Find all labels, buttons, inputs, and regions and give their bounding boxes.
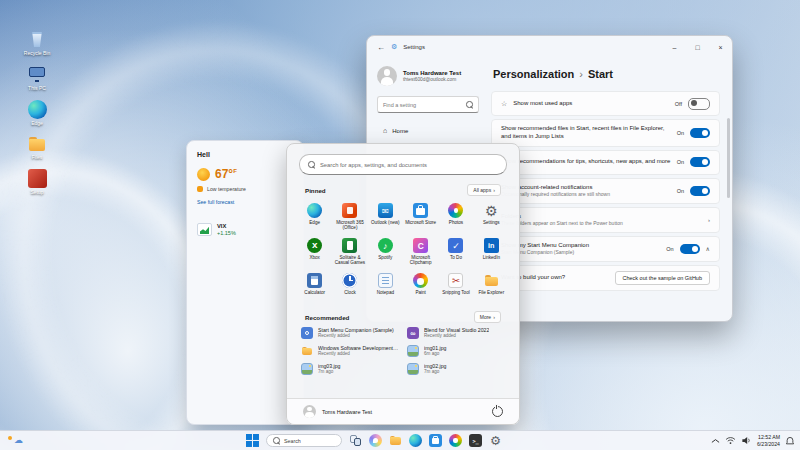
- toggle-switch[interactable]: [688, 98, 710, 110]
- taskbar-app-icon[interactable]: [349, 434, 362, 447]
- desktop-icon-label: This PC: [28, 86, 46, 92]
- notification-bell-icon[interactable]: [785, 436, 795, 446]
- maximize-button[interactable]: □: [686, 36, 709, 58]
- chevron-icon: ∧: [706, 245, 710, 252]
- app-icon: [413, 273, 428, 288]
- settings-row[interactable]: Folders These folders appear on Start ne…: [491, 207, 720, 233]
- app-icon: [448, 273, 463, 288]
- close-button[interactable]: ×: [709, 36, 732, 58]
- settings-search-input[interactable]: Find a setting: [377, 96, 479, 113]
- taskbar-app-icon[interactable]: [409, 434, 422, 447]
- toggle-switch[interactable]: [690, 157, 710, 167]
- recommended-item[interactable]: Blend for Visual Studio 2022 Recently ad…: [407, 327, 505, 339]
- widgets-location-title: Hell: [197, 151, 293, 158]
- account-profile[interactable]: Toms Hardware Test thtest600d@outlook.co…: [377, 66, 479, 86]
- taskbar-app-icon[interactable]: [369, 434, 382, 447]
- toggle-state-label: On: [677, 159, 684, 165]
- recommended-item[interactable]: img03.jpg 7m ago: [301, 363, 399, 375]
- desktop-icon[interactable]: This PC: [10, 65, 64, 92]
- pinned-app[interactable]: Microsoft Store: [403, 200, 438, 232]
- app-label: Outlook (new): [368, 220, 402, 231]
- pinned-app[interactable]: Microsoft Clipchamp: [403, 235, 438, 267]
- start-button[interactable]: [246, 434, 259, 447]
- recommended-item[interactable]: img02.jpg 7m ago: [407, 363, 505, 375]
- widgets-button[interactable]: ☁: [8, 431, 23, 450]
- chevron-icon: ›: [708, 217, 710, 223]
- desktop-icon[interactable]: Files: [10, 134, 64, 161]
- app-icon: [448, 238, 463, 253]
- pinned-app[interactable]: Edge: [297, 200, 332, 232]
- settings-row[interactable]: Show my Start Menu Companion Start Menu …: [491, 236, 720, 262]
- pinned-app[interactable]: File Explorer: [474, 270, 509, 302]
- more-button[interactable]: More: [474, 311, 501, 323]
- pinned-app[interactable]: Microsoft 365 (Office): [332, 200, 367, 232]
- desktop-app-icon: [28, 169, 47, 188]
- stock-symbol: VIX: [217, 223, 236, 230]
- recommended-item[interactable]: Windows Software Development Kit Recentl…: [301, 345, 399, 357]
- forecast-link[interactable]: See full forecast: [197, 199, 293, 205]
- volume-icon[interactable]: [741, 436, 752, 445]
- pinned-app[interactable]: Spotify: [368, 235, 403, 267]
- scrollbar[interactable]: [727, 118, 730, 198]
- app-label: File Explorer: [474, 290, 508, 301]
- pinned-app[interactable]: Notepad: [368, 270, 403, 302]
- desktop-icon[interactable]: Setup: [10, 169, 64, 196]
- taskbar-app-icon[interactable]: [489, 434, 502, 447]
- desktop-icon-label: Files: [32, 155, 43, 161]
- sidebar-item-home[interactable]: ⌂ Home: [377, 123, 479, 138]
- settings-row[interactable]: Show account-related notifications Occas…: [491, 178, 720, 204]
- wifi-icon[interactable]: [725, 436, 736, 445]
- power-button[interactable]: [492, 406, 503, 417]
- taskbar-app-icon[interactable]: [449, 434, 462, 447]
- settings-row[interactable]: Want to build your own? Check out the sa…: [491, 265, 720, 291]
- desktop-icon[interactable]: Edge: [10, 100, 64, 127]
- breadcrumb-section[interactable]: Personalization: [493, 68, 574, 80]
- user-button[interactable]: Toms Hardware Test: [303, 405, 372, 418]
- pinned-app[interactable]: Clock: [332, 270, 367, 302]
- taskbar-app-icon[interactable]: [429, 434, 442, 447]
- settings-row[interactable]: Show most used apps Off: [491, 91, 720, 116]
- back-button[interactable]: ←: [377, 43, 385, 52]
- pinned-app[interactable]: Solitaire & Casual Games: [332, 235, 367, 267]
- settings-row[interactable]: Show recommended files in Start, recent …: [491, 119, 720, 147]
- pinned-app[interactable]: Snipping Tool: [438, 270, 473, 302]
- tray-date: 6/23/2024: [757, 441, 780, 448]
- app-icon: [342, 238, 357, 253]
- pinned-app[interactable]: Calculator: [297, 270, 332, 302]
- clock-date[interactable]: 12:52 AM 6/23/2024: [757, 434, 780, 447]
- pinned-app[interactable]: Photos: [438, 200, 473, 232]
- pinned-app[interactable]: Settings: [474, 200, 509, 232]
- start-search-input[interactable]: Search for apps, settings, and documents: [299, 154, 507, 175]
- pinned-app[interactable]: To Do: [438, 235, 473, 267]
- toggle-switch[interactable]: [690, 128, 710, 138]
- weather-card[interactable]: 67°F: [197, 168, 293, 181]
- row-action-button[interactable]: Check out the sample on GitHub: [615, 271, 711, 285]
- stock-card[interactable]: VIX +1.15%: [197, 223, 293, 237]
- taskbar-app-icon[interactable]: [389, 434, 402, 447]
- pinned-app[interactable]: Outlook (new): [368, 200, 403, 232]
- app-label: Settings: [474, 220, 508, 231]
- pinned-app[interactable]: LinkedIn: [474, 235, 509, 267]
- recommended-item-icon: [301, 363, 313, 375]
- toggle-switch[interactable]: [680, 244, 700, 254]
- pinned-app[interactable]: Paint: [403, 270, 438, 302]
- settings-row[interactable]: Show recommendations for tips, shortcuts…: [491, 150, 720, 175]
- minimize-button[interactable]: –: [663, 36, 686, 58]
- taskbar-search[interactable]: Search: [266, 434, 342, 447]
- toggle-state-label: On: [677, 130, 684, 136]
- app-label: Notepad: [368, 290, 402, 301]
- account-email: thtest600d@outlook.com: [403, 77, 461, 83]
- recommended-item[interactable]: img01.jpg 6m ago: [407, 345, 505, 357]
- sun-icon: [8, 436, 12, 440]
- taskbar-app-icon[interactable]: [469, 434, 482, 447]
- account-name: Toms Hardware Test: [403, 70, 461, 77]
- toggle-state-label: On: [666, 246, 673, 252]
- app-icon: [307, 203, 322, 218]
- toggle-switch[interactable]: [690, 186, 710, 196]
- desktop-icon[interactable]: Recycle Bin: [10, 30, 64, 57]
- recommended-item[interactable]: Start Menu Companion (Sample) Recently a…: [301, 327, 399, 339]
- all-apps-button[interactable]: All apps: [467, 184, 501, 196]
- pinned-app[interactable]: Xbox: [297, 235, 332, 267]
- hidden-icons-chevron-icon[interactable]: [711, 438, 720, 444]
- desktop: Recycle Bin This PC Edge Files Setup: [0, 0, 800, 450]
